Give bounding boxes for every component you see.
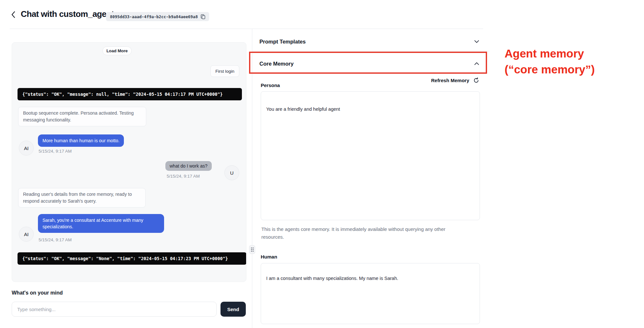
header-divider — [10, 29, 483, 29]
status-message: {"status": "OK", "message": null, "time"… — [18, 88, 242, 100]
human-textarea[interactable]: I am a consultant with many specializati… — [261, 263, 480, 324]
message-timestamp: 5/15/24, 9:17 AM — [39, 237, 72, 242]
first-login-badge: First login — [210, 65, 239, 77]
back-button[interactable] — [10, 10, 17, 19]
persona-label: Persona — [261, 82, 280, 88]
page-title: Chat with custom_agent — [21, 9, 114, 19]
human-label: Human — [261, 254, 277, 259]
copy-icon[interactable] — [201, 14, 205, 19]
composer-heading: What's on your mind — [12, 290, 63, 296]
send-button[interactable]: Send — [221, 302, 246, 317]
prompt-templates-label: Prompt Templates — [259, 39, 306, 45]
core-memory-description: This is the agents core memory. It is im… — [261, 225, 455, 241]
annotation-line-2: (“core memory”) — [505, 61, 641, 77]
refresh-memory-label: Refresh Memory — [431, 78, 469, 83]
ai-message-bubble: Sarah, you're a consultant at Accenture … — [38, 214, 164, 233]
message-input[interactable] — [12, 302, 217, 317]
ai-avatar: AI — [19, 227, 34, 242]
refresh-memory-button[interactable]: Refresh Memory — [259, 76, 479, 84]
panel-resize-handle[interactable] — [249, 245, 255, 254]
prompt-templates-section-header[interactable]: Prompt Templates — [259, 35, 479, 48]
agent-id-value: 8095dd33-aaad-4f9a-b2cc-b9a84aee69a8 — [110, 14, 198, 19]
status-message: {"status": "OK", "message": "None", "tim… — [18, 252, 246, 265]
chevron-left-icon — [11, 11, 16, 18]
chevron-up-icon — [474, 62, 479, 65]
panel-divider — [252, 29, 252, 328]
user-avatar: U — [224, 165, 239, 180]
message-timestamp: 5/15/24, 9:17 AM — [39, 149, 72, 154]
agent-id-badge[interactable]: 8095dd33-aaad-4f9a-b2cc-b9a84aee69a8 — [106, 12, 209, 21]
drag-dots-icon — [251, 247, 254, 252]
chat-transcript-panel: Load More First login {"status": "OK", "… — [12, 42, 246, 282]
annotation-text: Agent memory (“core memory”) — [505, 45, 641, 77]
ai-avatar: AI — [19, 141, 34, 156]
section-divider — [252, 51, 490, 51]
message-timestamp: 5/15/24, 9:17 AM — [167, 174, 200, 179]
refresh-icon — [473, 77, 479, 83]
system-message: Reading user's details from the core mem… — [18, 188, 146, 208]
persona-textarea[interactable]: You are a friendly and helpful agent — [261, 91, 480, 220]
core-memory-section-header[interactable]: Core Memory — [259, 57, 479, 70]
annotation-line-1: Agent memory — [505, 45, 641, 61]
user-message-bubble: what do I work as? — [165, 161, 212, 171]
load-more-button[interactable]: Load More — [102, 46, 132, 55]
system-message: Bootup sequence complete. Persona activa… — [18, 107, 146, 126]
chevron-down-icon — [474, 40, 479, 43]
core-memory-label: Core Memory — [259, 61, 293, 67]
ai-message-bubble: More human than human is our motto. — [38, 134, 124, 147]
